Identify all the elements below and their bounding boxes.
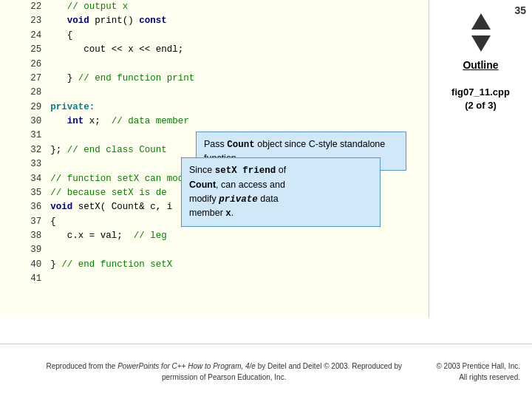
copyright-text: © 2003 Prentice Hall, Inc.All rights res… bbox=[436, 361, 520, 383]
line-number: 25 bbox=[0, 43, 47, 57]
table-row: 22 // output x bbox=[0, 0, 429, 14]
callout2-Count: Count bbox=[189, 180, 216, 190]
line-number: 41 bbox=[0, 272, 47, 286]
table-row: 25 cout << x << endl; bbox=[0, 43, 429, 57]
code-line: { bbox=[47, 29, 429, 43]
line-number: 37 bbox=[0, 215, 47, 229]
code-line: c.x = val; // leg bbox=[47, 229, 429, 243]
line-number: 35 bbox=[0, 186, 47, 200]
callout1-bold: Count bbox=[227, 140, 255, 150]
callout-2: Since setX friend of Count, can access a… bbox=[181, 157, 381, 227]
right-panel: 35 Outline fig07_11.cpp (2 of 3) bbox=[429, 0, 532, 318]
file-page: (2 of 3) bbox=[465, 100, 497, 111]
code-line bbox=[47, 243, 429, 257]
table-row: 26 bbox=[0, 58, 429, 72]
table-row: 27 } // end function print bbox=[0, 72, 429, 86]
line-number: 31 bbox=[0, 129, 47, 143]
line-number: 22 bbox=[0, 0, 47, 14]
code-line: } // end function setX bbox=[47, 258, 429, 272]
line-number: 33 bbox=[0, 157, 47, 171]
callout2-setX-friend: setX friend bbox=[215, 166, 276, 176]
code-line bbox=[47, 272, 429, 286]
code-line: int x; // data member bbox=[47, 115, 429, 129]
table-row: 29 private: bbox=[0, 100, 429, 115]
table-row: 24 { bbox=[0, 29, 429, 43]
line-number: 23 bbox=[0, 14, 47, 28]
filename: fig07_11.cpp bbox=[451, 86, 510, 98]
line-number: 24 bbox=[0, 29, 47, 43]
table-row: 40 } // end function setX bbox=[0, 258, 429, 272]
code-line bbox=[47, 58, 429, 72]
footer-main-text: Reproduced from the PowerPoints for C++ … bbox=[12, 361, 436, 383]
table-row: 38 c.x = val; // leg bbox=[0, 229, 429, 243]
line-number: 26 bbox=[0, 58, 47, 72]
code-line: cout << x << endl; bbox=[47, 43, 429, 57]
code-line: } // end function print bbox=[47, 72, 429, 86]
line-number: 36 bbox=[0, 200, 47, 214]
line-number: 29 bbox=[0, 100, 47, 115]
code-line: void print() const bbox=[47, 14, 429, 28]
arrow-up-icon bbox=[471, 13, 491, 30]
line-number: 28 bbox=[0, 86, 47, 100]
callout2-private: private bbox=[219, 194, 258, 205]
code-line: private: bbox=[47, 100, 429, 115]
slide-number: 35 bbox=[514, 4, 526, 16]
line-number: 27 bbox=[0, 72, 47, 86]
code-line: // output x bbox=[47, 0, 429, 14]
nav-arrows bbox=[471, 10, 491, 55]
line-number: 39 bbox=[0, 243, 47, 257]
table-row: 23 void print() const bbox=[0, 14, 429, 28]
table-row: 28 bbox=[0, 86, 429, 100]
arrow-up-button[interactable] bbox=[471, 11, 491, 32]
table-row: 30 int x; // data member bbox=[0, 115, 429, 129]
line-number: 34 bbox=[0, 172, 47, 186]
code-line bbox=[47, 86, 429, 100]
line-number: 38 bbox=[0, 229, 47, 243]
arrow-down-icon bbox=[471, 35, 491, 52]
file-label: fig07_11.cpp (2 of 3) bbox=[451, 86, 510, 112]
line-number: 32 bbox=[0, 143, 47, 157]
table-row: 41 bbox=[0, 272, 429, 286]
callout2-x: x bbox=[225, 208, 231, 219]
line-number: 40 bbox=[0, 258, 47, 272]
outline-label[interactable]: Outline bbox=[463, 59, 498, 71]
line-number: 30 bbox=[0, 115, 47, 129]
table-row: 39 bbox=[0, 243, 429, 257]
bottom-bar: Reproduced from the PowerPoints for C++ … bbox=[0, 344, 532, 399]
arrow-down-button[interactable] bbox=[471, 33, 491, 54]
